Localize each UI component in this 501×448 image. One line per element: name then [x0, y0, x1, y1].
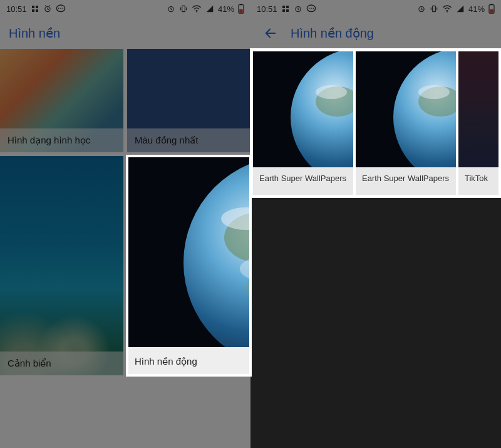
svg-point-6 [58, 8, 59, 9]
svg-rect-32 [433, 6, 436, 11]
dots-icon [281, 4, 290, 13]
category-live-wallpaper[interactable]: Hình nền động [127, 156, 250, 375]
earth-thumb [356, 51, 456, 167]
status-time: 10:51 [6, 4, 27, 14]
chat-icon [306, 4, 316, 13]
svg-point-30 [312, 8, 314, 9]
svg-rect-3 [36, 9, 38, 12]
page-title: Hình nền động [291, 26, 374, 41]
svg-rect-24 [282, 9, 285, 12]
svg-rect-1 [36, 6, 38, 8]
app-bar: Hình nền [0, 18, 250, 49]
alarm-icon [417, 4, 426, 13]
alarm-icon [167, 4, 175, 13]
wallpaper-earth-2[interactable]: Earth Super WallPapers [356, 51, 456, 195]
svg-rect-0 [32, 6, 34, 8]
alarm-icon [43, 4, 52, 13]
svg-rect-10 [182, 6, 185, 11]
battery-percent: 41% [468, 4, 485, 14]
category-geometric[interactable]: Hình dạng hình học [0, 49, 123, 152]
svg-point-7 [60, 8, 61, 9]
signal-icon [205, 4, 214, 13]
svg-rect-25 [286, 9, 289, 12]
status-bar: 10:51 41% [250, 0, 501, 18]
svg-rect-22 [282, 6, 285, 8]
page-title: Hình nền [9, 26, 60, 41]
battery-icon [238, 4, 244, 14]
svg-rect-2 [32, 9, 34, 12]
svg-rect-13 [240, 4, 242, 5]
svg-point-29 [311, 8, 312, 9]
svg-rect-35 [490, 4, 492, 5]
wallpaper-grid: Hình dạng hình học Màu đồng nhất Cảnh bi… [0, 49, 250, 375]
category-label: Cảnh biển [0, 352, 123, 375]
battery-icon [488, 4, 495, 14]
svg-point-44 [418, 85, 450, 99]
battery-percent: 41% [218, 4, 234, 14]
signal-icon [456, 4, 465, 13]
live-wallpaper-grid: Earth Super WallPapers Earth Super WallP… [250, 49, 501, 197]
vibrate-icon [179, 4, 188, 13]
wifi-icon [442, 4, 452, 13]
category-label: Hình dạng hình học [0, 128, 123, 152]
dots-icon [31, 4, 39, 13]
svg-rect-14 [239, 9, 243, 13]
wallpaper-label: Earth Super WallPapers [253, 167, 353, 195]
arrow-left-icon [264, 26, 277, 40]
tiktok-thumb [458, 51, 498, 167]
back-button[interactable] [259, 22, 282, 44]
alarm-icon [294, 4, 302, 13]
app-bar: Hình nền động [250, 18, 501, 49]
wallpaper-earth-1[interactable]: Earth Super WallPapers [253, 51, 353, 195]
earth-thumb [253, 51, 353, 167]
svg-rect-36 [490, 9, 493, 13]
wallpaper-categories-screen: 10:51 41% Hình nền Hình dạng hình học Mà… [0, 0, 250, 448]
status-time: 10:51 [257, 4, 277, 14]
category-label: Hình nền động [127, 347, 250, 375]
wallpaper-label: TikTok [458, 167, 498, 195]
chat-icon [56, 4, 66, 13]
live-wallpaper-screen: 10:51 41% Hình nền động [250, 0, 501, 448]
earth-thumb [127, 156, 250, 347]
category-solid-color[interactable]: Màu đồng nhất [127, 49, 250, 152]
wallpaper-label: Earth Super WallPapers [356, 167, 456, 195]
category-sea[interactable]: Cảnh biển [0, 156, 123, 375]
svg-point-8 [62, 8, 63, 9]
wallpaper-tiktok[interactable]: TikTok [458, 51, 498, 195]
svg-point-40 [316, 85, 347, 99]
vibrate-icon [430, 4, 438, 13]
status-bar: 10:51 41% [0, 0, 250, 18]
svg-rect-23 [286, 6, 289, 8]
sea-thumb [0, 156, 123, 375]
svg-point-11 [196, 11, 197, 13]
wifi-icon [192, 4, 202, 13]
svg-point-28 [308, 8, 309, 9]
svg-point-33 [447, 11, 448, 13]
category-label: Màu đồng nhất [127, 128, 250, 152]
